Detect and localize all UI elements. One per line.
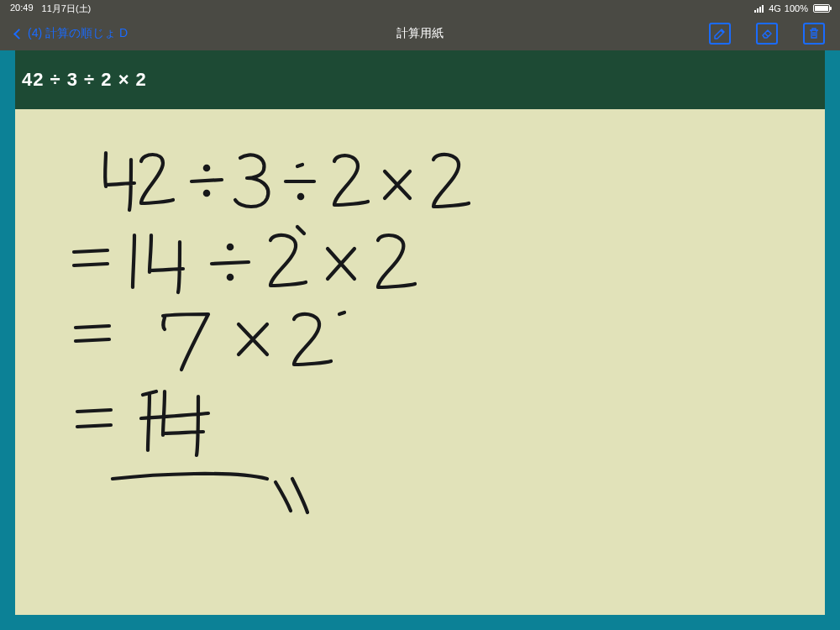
- trash-icon: [808, 27, 820, 40]
- svg-point-1: [205, 192, 208, 195]
- status-date: 11月7日(土): [42, 3, 92, 15]
- chevron-left-icon: [13, 29, 24, 39]
- svg-point-0: [205, 166, 208, 170]
- svg-point-4: [228, 276, 232, 279]
- eraser-icon: [760, 27, 774, 40]
- problem-bar: 42 ÷ 3 ÷ 2 × 2: [15, 50, 825, 109]
- network-label: 4G: [769, 3, 781, 13]
- signal-icon: [754, 5, 764, 13]
- pencil-icon: [713, 27, 727, 40]
- svg-point-2: [299, 195, 302, 198]
- pencil-button[interactable]: [709, 23, 731, 45]
- battery-label: 100%: [785, 3, 808, 13]
- status-bar: 20:49 11月7日(土) 4G 100%: [0, 0, 840, 17]
- eraser-button[interactable]: [756, 23, 778, 45]
- handwriting-strokes: [15, 109, 825, 615]
- svg-point-3: [228, 245, 232, 249]
- scratch-canvas[interactable]: [15, 109, 825, 615]
- nav-bar: (4) 計算の順じょ D 計算用紙: [0, 17, 840, 50]
- page-title: 計算用紙: [396, 26, 444, 41]
- problem-expression: 42 ÷ 3 ÷ 2 × 2: [22, 69, 147, 91]
- back-label: (4) 計算の順じょ D: [28, 26, 128, 41]
- trash-button[interactable]: [803, 23, 825, 45]
- status-time: 20:49: [10, 3, 34, 15]
- back-button[interactable]: (4) 計算の順じょ D: [15, 26, 128, 41]
- battery-icon: [813, 4, 830, 13]
